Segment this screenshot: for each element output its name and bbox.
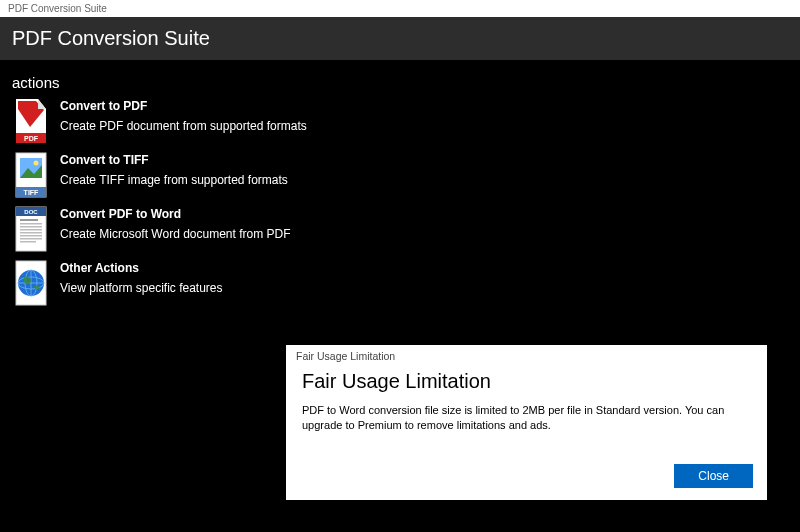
action-convert-to-pdf[interactable]: PDF Convert to PDF Create PDF document f… bbox=[12, 97, 788, 145]
svg-rect-12 bbox=[20, 223, 42, 225]
dialog-body: Fair Usage Limitation PDF to Word conver… bbox=[286, 364, 767, 444]
window-title: PDF Conversion Suite bbox=[8, 3, 107, 14]
fair-usage-dialog: Fair Usage Limitation Fair Usage Limitat… bbox=[286, 345, 767, 500]
tiff-icon: TIFF bbox=[12, 151, 50, 199]
app-title: PDF Conversion Suite bbox=[12, 27, 788, 50]
svg-rect-14 bbox=[20, 229, 42, 231]
dialog-actions: Close bbox=[674, 464, 753, 488]
svg-rect-15 bbox=[20, 232, 42, 234]
pdf-icon: PDF bbox=[12, 97, 50, 145]
globe-icon bbox=[12, 259, 50, 307]
action-desc: Create Microsoft Word document from PDF bbox=[60, 227, 291, 241]
main-content: actions PDF Convert to PDF Create PDF do… bbox=[0, 60, 800, 327]
window-titlebar: PDF Conversion Suite bbox=[0, 0, 800, 17]
action-title: Other Actions bbox=[60, 261, 223, 275]
svg-point-5 bbox=[34, 161, 39, 166]
svg-rect-13 bbox=[20, 226, 42, 228]
actions-label: actions bbox=[12, 74, 788, 91]
action-convert-to-tiff[interactable]: TIFF Convert to TIFF Create TIFF image f… bbox=[12, 151, 788, 199]
action-title: Convert PDF to Word bbox=[60, 207, 291, 221]
action-convert-pdf-to-word[interactable]: DOC Convert PDF to Word Create Microsoft… bbox=[12, 205, 788, 253]
action-text: Convert to TIFF Create TIFF image from s… bbox=[60, 151, 288, 187]
svg-text:DOC: DOC bbox=[24, 209, 38, 215]
app-header: PDF Conversion Suite bbox=[0, 17, 800, 60]
action-text: Other Actions View platform specific fea… bbox=[60, 259, 223, 295]
action-desc: Create TIFF image from supported formats bbox=[60, 173, 288, 187]
action-title: Convert to PDF bbox=[60, 99, 307, 113]
dialog-text: PDF to Word conversion file size is limi… bbox=[302, 403, 751, 434]
svg-rect-11 bbox=[20, 219, 38, 221]
close-button[interactable]: Close bbox=[674, 464, 753, 488]
svg-text:TIFF: TIFF bbox=[24, 189, 39, 196]
dialog-heading: Fair Usage Limitation bbox=[302, 370, 751, 393]
action-other-actions[interactable]: Other Actions View platform specific fea… bbox=[12, 259, 788, 307]
action-text: Convert PDF to Word Create Microsoft Wor… bbox=[60, 205, 291, 241]
action-desc: View platform specific features bbox=[60, 281, 223, 295]
svg-rect-18 bbox=[20, 241, 36, 243]
action-text: Convert to PDF Create PDF document from … bbox=[60, 97, 307, 133]
action-title: Convert to TIFF bbox=[60, 153, 288, 167]
word-doc-icon: DOC bbox=[12, 205, 50, 253]
action-desc: Create PDF document from supported forma… bbox=[60, 119, 307, 133]
svg-rect-17 bbox=[20, 238, 42, 240]
svg-rect-16 bbox=[20, 235, 42, 237]
dialog-titlebar: Fair Usage Limitation bbox=[286, 345, 767, 364]
svg-text:PDF: PDF bbox=[24, 135, 39, 142]
